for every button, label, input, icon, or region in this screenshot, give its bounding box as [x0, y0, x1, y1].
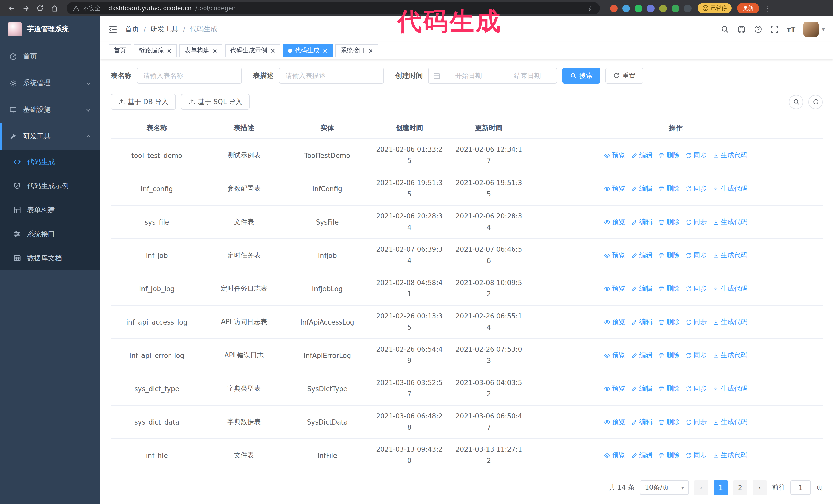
preview-link[interactable]: 预览 [604, 417, 625, 427]
delete-link[interactable]: 删除 [658, 284, 680, 293]
bookmark-star-icon[interactable]: ☆ [588, 4, 594, 12]
delete-link[interactable]: 删除 [658, 184, 680, 193]
close-icon[interactable]: × [322, 47, 328, 54]
generate-code-link[interactable]: 生成代码 [713, 184, 747, 193]
back-button[interactable] [5, 2, 18, 14]
delete-link[interactable]: 删除 [658, 151, 680, 160]
sidebar-item-api[interactable]: 系统接口 [0, 222, 100, 246]
page-button-1[interactable]: 1 [714, 480, 728, 495]
close-icon[interactable]: × [212, 47, 217, 54]
edit-link[interactable]: 编辑 [631, 151, 652, 160]
sync-link[interactable]: 同步 [685, 151, 707, 160]
edit-link[interactable]: 编辑 [631, 251, 652, 260]
close-icon[interactable]: × [368, 47, 374, 54]
tab[interactable]: 链路追踪 × [134, 44, 177, 57]
sidebar-logo[interactable]: 芋道管理系统 [0, 17, 100, 42]
tab[interactable]: 首页 [109, 44, 131, 57]
preview-link[interactable]: 预览 [604, 451, 625, 460]
extension-icon[interactable] [684, 4, 691, 12]
preview-link[interactable]: 预览 [604, 284, 625, 293]
refresh-button[interactable] [808, 95, 823, 109]
home-button[interactable] [48, 2, 61, 14]
sync-link[interactable]: 同步 [685, 451, 707, 460]
breadcrumb-devtools[interactable]: 研发工具 [150, 25, 178, 34]
preview-link[interactable]: 预览 [604, 151, 625, 160]
generate-code-link[interactable]: 生成代码 [713, 251, 747, 260]
delete-link[interactable]: 删除 [658, 317, 680, 327]
search-button[interactable]: 搜索 [562, 68, 600, 83]
user-menu[interactable]: ▾ [804, 22, 825, 37]
preview-link[interactable]: 预览 [604, 317, 625, 327]
import-sql-button[interactable]: 基于 SQL 导入 [181, 94, 249, 110]
close-icon[interactable]: × [270, 47, 275, 54]
tab[interactable]: 系统接口 × [335, 44, 379, 57]
browser-menu-icon[interactable]: ⋮ [764, 4, 771, 12]
font-size-icon[interactable]: тT [787, 25, 795, 33]
preview-link[interactable]: 预览 [604, 251, 625, 260]
github-icon[interactable] [737, 25, 746, 33]
page-button-2[interactable]: 2 [733, 480, 747, 495]
edit-link[interactable]: 编辑 [631, 351, 652, 360]
sync-link[interactable]: 同步 [685, 184, 707, 193]
sidebar-toggle-icon[interactable] [109, 25, 117, 33]
extension-icon[interactable] [635, 4, 642, 12]
generate-code-link[interactable]: 生成代码 [713, 284, 747, 293]
prev-page-button[interactable]: ‹ [694, 480, 709, 495]
close-icon[interactable]: × [166, 47, 172, 54]
address-bar[interactable]: 不安全 dashboard.yudao.iocoder.cn /tool/cod… [67, 2, 600, 14]
sidebar-item-db-doc[interactable]: 数据库文档 [0, 246, 100, 270]
generate-code-link[interactable]: 生成代码 [713, 451, 747, 460]
tab[interactable]: 代码生成 × [283, 44, 333, 57]
extension-icon[interactable] [659, 4, 667, 12]
sync-link[interactable]: 同步 [685, 217, 707, 226]
sync-link[interactable]: 同步 [685, 351, 707, 360]
edit-link[interactable]: 编辑 [631, 317, 652, 327]
sidebar-item-infra[interactable]: 基础设施 [0, 96, 100, 123]
sidebar-item-codegen-example[interactable]: 代码生成示例 [0, 174, 100, 198]
preview-link[interactable]: 预览 [604, 184, 625, 193]
preview-link[interactable]: 预览 [604, 384, 625, 393]
fullscreen-icon[interactable] [770, 25, 779, 33]
sync-link[interactable]: 同步 [685, 251, 707, 260]
goto-page-input[interactable] [790, 480, 811, 495]
sync-link[interactable]: 同步 [685, 417, 707, 427]
edit-link[interactable]: 编辑 [631, 184, 652, 193]
extension-icon[interactable] [647, 4, 654, 12]
sidebar-item-devtools[interactable]: 研发工具 [0, 123, 100, 150]
generate-code-link[interactable]: 生成代码 [713, 317, 747, 327]
search-icon[interactable] [721, 25, 729, 33]
help-icon[interactable] [754, 25, 762, 33]
delete-link[interactable]: 删除 [658, 417, 680, 427]
delete-link[interactable]: 删除 [658, 351, 680, 360]
date-range-picker[interactable]: 开始日期 - 结束日期 [428, 68, 557, 83]
delete-link[interactable]: 删除 [658, 451, 680, 460]
reset-button[interactable]: 重置 [605, 68, 643, 83]
generate-code-link[interactable]: 生成代码 [713, 351, 747, 360]
sidebar-item-form-builder[interactable]: 表单构建 [0, 198, 100, 222]
extension-icon[interactable] [622, 4, 630, 12]
sync-link[interactable]: 同步 [685, 284, 707, 293]
tab[interactable]: 代码生成示例 × [225, 44, 280, 57]
table-desc-input[interactable] [279, 68, 384, 83]
next-page-button[interactable]: › [753, 480, 767, 495]
generate-code-link[interactable]: 生成代码 [713, 217, 747, 226]
generate-code-link[interactable]: 生成代码 [713, 417, 747, 427]
extension-icon[interactable] [671, 4, 679, 12]
extension-icon[interactable] [610, 4, 618, 12]
sidebar-item-home[interactable]: 首页 [0, 43, 100, 70]
preview-link[interactable]: 预览 [604, 351, 625, 360]
edit-link[interactable]: 编辑 [631, 284, 652, 293]
edit-link[interactable]: 编辑 [631, 217, 652, 226]
generate-code-link[interactable]: 生成代码 [713, 384, 747, 393]
generate-code-link[interactable]: 生成代码 [713, 151, 747, 160]
breadcrumb-home[interactable]: 首页 [125, 25, 139, 34]
edit-link[interactable]: 编辑 [631, 384, 652, 393]
gif-paused-badge[interactable]: ☺ 已暂停 [698, 3, 732, 13]
delete-link[interactable]: 删除 [658, 384, 680, 393]
tab[interactable]: 表单构建 × [180, 44, 222, 57]
show-search-button[interactable] [789, 95, 803, 109]
delete-link[interactable]: 删除 [658, 217, 680, 226]
page-size-select[interactable]: 10条/页 ▾ [640, 480, 689, 495]
preview-link[interactable]: 预览 [604, 217, 625, 226]
sidebar-item-system[interactable]: 系统管理 [0, 70, 100, 96]
